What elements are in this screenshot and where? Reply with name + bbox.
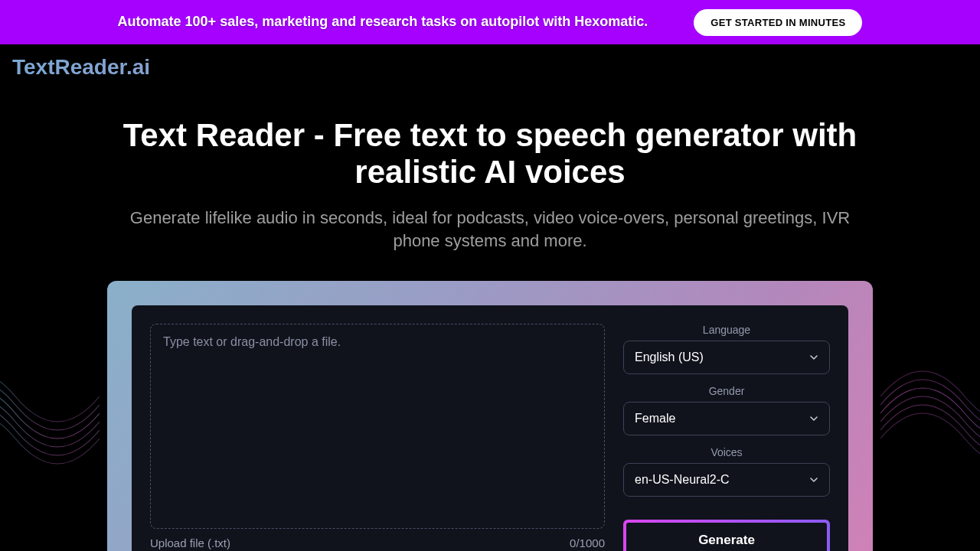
controls-column: Language English (US) Gender Female Voic… — [623, 324, 830, 551]
chevron-down-icon — [809, 414, 818, 423]
page-subtitle: Generate lifelike audio in seconds, idea… — [115, 207, 865, 254]
header: TextReader.ai — [0, 44, 980, 90]
voices-value: en-US-Neural2-C — [635, 473, 730, 487]
text-input-column: Type text or drag-and-drop a file. Uploa… — [150, 324, 605, 551]
chevron-down-icon — [809, 353, 818, 362]
gender-label: Gender — [623, 385, 830, 397]
textarea-placeholder: Type text or drag-and-drop a file. — [163, 335, 592, 349]
page-title: Text Reader - Free text to speech genera… — [122, 117, 858, 191]
gender-select[interactable]: Female — [623, 402, 830, 435]
upload-file-link[interactable]: Upload file (.txt) — [150, 536, 230, 549]
language-select[interactable]: English (US) — [623, 341, 830, 374]
char-counter: 0/1000 — [570, 536, 605, 549]
voices-select[interactable]: en-US-Neural2-C — [623, 463, 830, 497]
upload-row: Upload file (.txt) 0/1000 — [150, 536, 605, 549]
logo[interactable]: TextReader.ai — [12, 55, 968, 80]
hero-section: Text Reader - Free text to speech genera… — [0, 90, 980, 551]
gender-value: Female — [635, 412, 675, 425]
get-started-button[interactable]: GET STARTED IN MINUTES — [694, 9, 862, 36]
tool-inner: Type text or drag-and-drop a file. Uploa… — [132, 305, 848, 551]
text-input[interactable]: Type text or drag-and-drop a file. — [150, 324, 605, 529]
voices-label: Voices — [623, 446, 830, 458]
generate-button[interactable]: Generate — [626, 523, 827, 551]
language-label: Language — [623, 324, 830, 336]
chevron-down-icon — [809, 475, 818, 484]
promo-banner: Automate 100+ sales, marketing and resea… — [0, 0, 980, 44]
tool-card: Type text or drag-and-drop a file. Uploa… — [107, 281, 873, 551]
language-value: English (US) — [635, 350, 704, 364]
banner-text: Automate 100+ sales, marketing and resea… — [118, 13, 648, 31]
generate-button-wrapper: Generate — [623, 520, 830, 551]
